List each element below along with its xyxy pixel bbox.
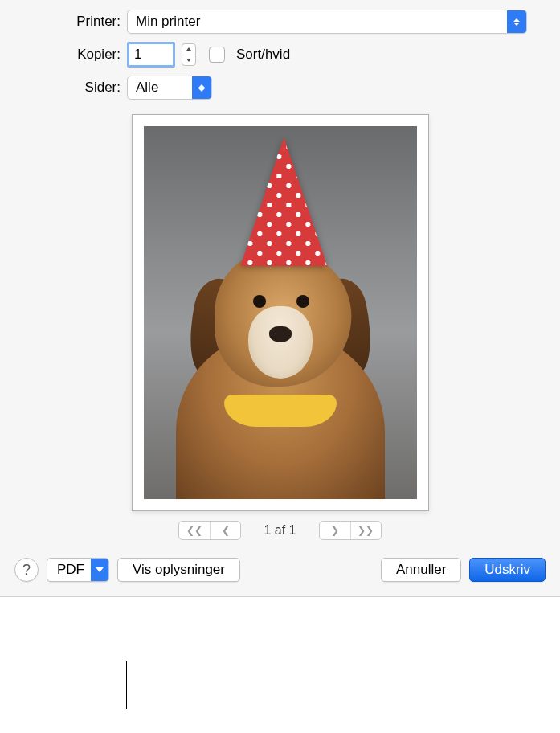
chevron-down-icon <box>91 559 108 581</box>
pager-back-group: ❮❮ ❮ <box>178 521 241 540</box>
last-page-button[interactable]: ❯❯ <box>350 522 381 539</box>
print-dialog: Printer: Min printer Kopier: Sort/hvid S… <box>0 0 560 597</box>
printer-value: Min printer <box>136 14 507 30</box>
pages-value: Alle <box>136 80 192 96</box>
help-icon: ? <box>22 562 31 579</box>
cancel-button[interactable]: Annuller <box>381 558 461 582</box>
next-icon: ❯ <box>331 525 339 536</box>
last-icon: ❯❯ <box>358 525 374 536</box>
pdf-menu-button[interactable]: PDF <box>47 558 109 582</box>
stepper-up-icon[interactable] <box>182 44 195 55</box>
updown-arrows-icon <box>507 10 526 33</box>
first-page-button[interactable]: ❮❮ <box>179 522 210 539</box>
bottom-bar: ? PDF Vis oplysninger Annuller Udskriv <box>14 558 546 582</box>
cancel-label: Annuller <box>396 562 446 578</box>
show-details-button[interactable]: Vis oplysninger <box>117 558 240 582</box>
show-details-label: Vis oplysninger <box>133 562 225 578</box>
pdf-label: PDF <box>57 562 91 578</box>
next-page-button[interactable]: ❯ <box>320 522 350 539</box>
copies-row: Kopier: Sort/hvid <box>14 42 546 68</box>
printer-label: Printer: <box>14 14 127 30</box>
callout-line <box>126 661 127 709</box>
pages-row: Sider: Alle <box>14 76 546 100</box>
bw-checkbox[interactable] <box>209 47 225 63</box>
prev-icon: ❮ <box>222 525 230 536</box>
copies-stepper[interactable] <box>182 43 196 66</box>
copies-label: Kopier: <box>14 47 127 63</box>
help-button[interactable]: ? <box>14 558 39 582</box>
preview-area: ❮❮ ❮ 1 af 1 ❯ ❯❯ <box>14 114 546 540</box>
printer-select[interactable]: Min printer <box>127 10 527 34</box>
copies-input[interactable] <box>127 42 175 68</box>
page-navigator: ❮❮ ❮ 1 af 1 ❯ ❯❯ <box>178 521 381 540</box>
page-indicator: 1 af 1 <box>264 523 296 538</box>
bw-label: Sort/hvid <box>236 47 290 63</box>
preview-page <box>132 114 429 511</box>
prev-page-button[interactable]: ❮ <box>210 522 240 539</box>
pager-forward-group: ❯ ❯❯ <box>319 521 382 540</box>
printer-row: Printer: Min printer <box>14 10 546 34</box>
pages-select[interactable]: Alle <box>127 76 212 100</box>
first-icon: ❮❮ <box>186 525 202 536</box>
preview-photo <box>144 126 417 499</box>
print-label: Udskriv <box>484 562 530 578</box>
updown-arrows-icon <box>192 76 211 99</box>
print-button[interactable]: Udskriv <box>469 558 546 582</box>
pages-label: Sider: <box>14 80 127 96</box>
stepper-down-icon[interactable] <box>182 55 195 66</box>
